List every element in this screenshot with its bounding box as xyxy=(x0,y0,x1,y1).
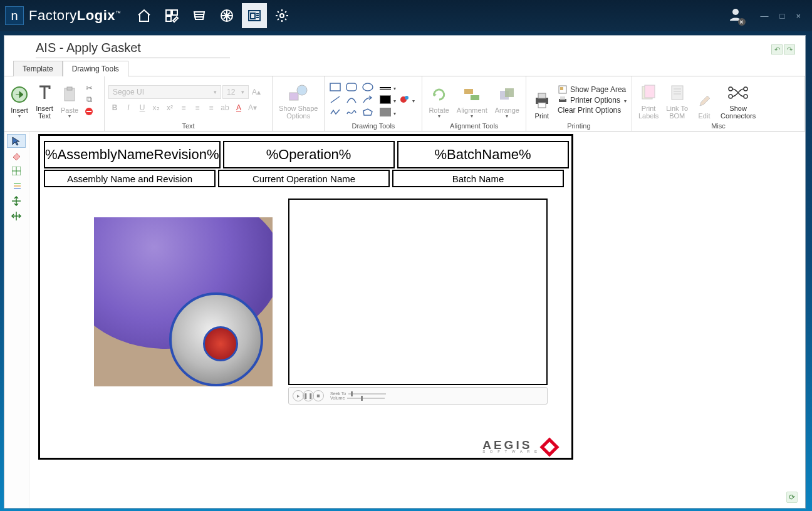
sup-icon[interactable]: x² xyxy=(164,101,176,114)
redo-button[interactable]: ↷ xyxy=(784,44,795,54)
svg-point-20 xyxy=(363,83,373,91)
printer-small-icon xyxy=(558,95,568,105)
svg-rect-15 xyxy=(86,111,91,112)
svg-point-42 xyxy=(744,87,747,91)
batch-var-box[interactable]: %BatchName% xyxy=(397,141,569,168)
video-placeholder[interactable] xyxy=(288,199,548,385)
align-left-icon[interactable]: ≡ xyxy=(177,101,190,114)
volume-slider[interactable] xyxy=(347,398,385,399)
printer-options-button[interactable]: Printer Options xyxy=(556,95,628,105)
target-icon[interactable] xyxy=(214,3,239,28)
show-shape-options-button: Show Shape Options xyxy=(276,78,320,121)
list-tool-icon[interactable] xyxy=(7,179,26,193)
svg-rect-29 xyxy=(538,93,546,98)
sub-icon[interactable]: x₂ xyxy=(150,101,162,114)
grid-edit-icon[interactable] xyxy=(159,3,184,28)
maximize-button[interactable]: □ xyxy=(778,10,788,22)
shape-rect-icon[interactable] xyxy=(328,81,342,93)
print-button[interactable]: Print xyxy=(530,78,554,121)
shape-arrow-icon[interactable] xyxy=(361,94,375,105)
marker-style-picker[interactable] xyxy=(400,94,415,105)
document-view-icon[interactable] xyxy=(242,3,267,28)
document-header: AIS - Apply Gasket ↶ ↷ xyxy=(4,36,805,61)
font-color-icon[interactable]: A xyxy=(232,101,245,114)
align-right-icon[interactable]: ≡ xyxy=(205,101,217,114)
italic-icon[interactable]: I xyxy=(122,101,135,114)
pointer-tool-icon[interactable] xyxy=(7,134,26,148)
delete-icon[interactable] xyxy=(83,106,95,117)
font-family-select[interactable]: Segoe UI▾ xyxy=(108,85,221,99)
svg-rect-1 xyxy=(172,10,177,15)
line-style-picker[interactable] xyxy=(380,81,396,93)
video-stop-icon[interactable]: ■ xyxy=(313,390,324,401)
labels-icon xyxy=(640,82,657,103)
shape-freeform-icon[interactable] xyxy=(345,106,358,118)
insert-button[interactable]: Insert xyxy=(8,78,31,121)
svg-point-44 xyxy=(744,95,747,98)
shape-polygon-icon[interactable] xyxy=(361,106,375,118)
shape-line-icon[interactable] xyxy=(328,94,342,105)
highlight-icon[interactable]: ab xyxy=(219,101,231,114)
insert-text-button[interactable]: Insert Text xyxy=(33,78,56,121)
show-page-area-button[interactable]: Show Page Area xyxy=(556,85,628,95)
shape-ellipse-icon[interactable] xyxy=(361,81,375,93)
minimize-button[interactable]: — xyxy=(758,10,771,22)
show-shape-options-label: Show Shape Options xyxy=(279,105,318,120)
settings-gear-icon[interactable] xyxy=(269,3,294,28)
clipboard-group-label xyxy=(8,121,100,130)
font-grow-icon[interactable]: A▴ xyxy=(250,86,263,98)
tab-drawing-tools[interactable]: Drawing Tools xyxy=(63,61,128,76)
inbox-icon[interactable] xyxy=(187,3,212,28)
move-in-tool-icon[interactable] xyxy=(7,194,26,208)
eraser-tool-icon[interactable] xyxy=(7,149,26,163)
aegis-logo-sub: S O F T W A R E xyxy=(482,450,539,453)
refresh-canvas-icon[interactable]: ⟳ xyxy=(786,492,798,503)
align-center-icon[interactable]: ≡ xyxy=(191,101,204,114)
fill-color-picker[interactable] xyxy=(380,94,396,105)
show-connectors-button[interactable]: Show Connectors xyxy=(718,78,758,121)
operation-var-box[interactable]: %Operation% xyxy=(223,141,395,168)
ribbon: Insert Insert Text Paste ✂ ⧉ xyxy=(4,76,805,132)
shape-roundrect-icon[interactable] xyxy=(345,81,358,93)
user-status-icon[interactable]: ✕ xyxy=(728,7,743,24)
canvas-area[interactable]: %AssemblyNameRevision% %Operation% %Batc… xyxy=(29,132,805,508)
seek-slider[interactable] xyxy=(348,393,386,395)
close-button[interactable]: × xyxy=(793,10,803,22)
undo-redo-group: ↶ ↷ xyxy=(771,44,795,54)
link-bom-icon xyxy=(670,82,685,103)
font-size-select[interactable]: 12▾ xyxy=(222,85,249,99)
svg-rect-0 xyxy=(166,10,171,15)
home-icon[interactable] xyxy=(132,3,157,28)
alignment-group-label: Alignment Tools xyxy=(426,121,521,130)
svg-rect-32 xyxy=(560,87,563,90)
move-out-tool-icon[interactable] xyxy=(7,209,26,223)
bold-icon[interactable]: B xyxy=(108,101,121,114)
instruction-photo[interactable] xyxy=(94,217,273,386)
copy-icon[interactable]: ⧉ xyxy=(83,94,95,105)
undo-button[interactable]: ↶ xyxy=(771,44,783,54)
aegis-logo-text: AEGIS xyxy=(482,441,539,449)
tab-template[interactable]: Template xyxy=(13,61,63,76)
assembly-var-box[interactable]: %AssemblyNameRevision% xyxy=(44,141,221,168)
svg-point-23 xyxy=(405,96,409,100)
line-color-picker[interactable] xyxy=(380,106,396,118)
assembly-label-box[interactable]: Assembly Name and Revision xyxy=(44,170,216,187)
svg-rect-30 xyxy=(538,103,546,108)
ribbon-tabs: Template Drawing Tools xyxy=(4,61,805,76)
font-shrink-icon[interactable]: A▾ xyxy=(246,101,259,114)
underline-icon[interactable]: U xyxy=(136,101,148,114)
text-t-icon xyxy=(38,82,51,103)
window-controls: — □ × xyxy=(758,10,807,22)
cut-icon[interactable]: ✂ xyxy=(83,82,95,93)
grid-tool-icon[interactable] xyxy=(7,164,26,178)
svg-rect-2 xyxy=(166,16,171,21)
paste-button: Paste xyxy=(58,78,81,121)
side-toolbar xyxy=(4,132,29,508)
clear-print-options-button[interactable]: Clear Print Options xyxy=(556,106,628,115)
batch-label-box[interactable]: Batch Name xyxy=(392,170,564,187)
operation-label-box[interactable]: Current Operation Name xyxy=(218,170,390,187)
shape-polyline-icon[interactable] xyxy=(328,106,342,118)
svg-rect-27 xyxy=(505,88,514,97)
shape-curve-icon[interactable] xyxy=(345,94,358,105)
app-window: AIS - Apply Gasket ↶ ↷ Template Drawing … xyxy=(4,35,806,508)
